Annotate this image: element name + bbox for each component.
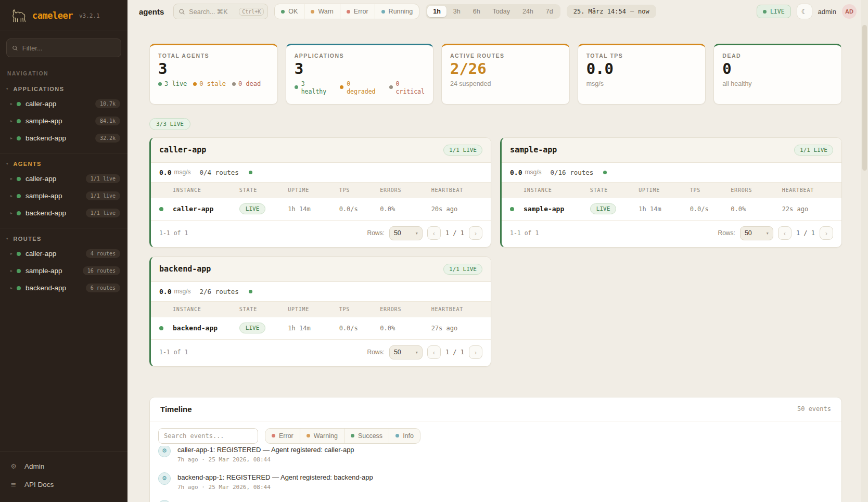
sidebar-item-applications-sample-app[interactable]: ▸ sample-app 84.1k (0, 112, 127, 130)
col-tps: TPS (339, 187, 380, 193)
breakdown-live: 3 live (164, 80, 187, 87)
degraded-dot-icon (340, 85, 343, 89)
stat-title: ACTIVE ROUTES (450, 53, 561, 59)
page-title: agents (139, 7, 164, 16)
sidebar-item-applications-caller-app[interactable]: ▸ caller-app 10.7k (0, 95, 127, 112)
range-today-button[interactable]: Today (487, 6, 516, 17)
cell-heartbeat: 20s ago (431, 205, 482, 213)
prev-page-button[interactable]: ‹ (778, 226, 792, 240)
timeline-filter-group: Error Warning Success Info (265, 428, 420, 444)
state-badge: LIVE (590, 203, 617, 214)
prev-page-button[interactable]: ‹ (427, 345, 441, 359)
row-range: 1-1 of 1 (159, 229, 188, 237)
sidebar-item-routes-sample-app[interactable]: ▸ sample-app 16 routes (0, 262, 127, 279)
app-live-badge: 1/1 LIVE (443, 264, 482, 275)
scrollbar-thumb[interactable] (862, 25, 867, 171)
app-name: cameleer (32, 10, 73, 21)
section-header-routes[interactable]: ▾ ROUTES (0, 234, 127, 245)
rows-per-page-select[interactable]: 50▾ (740, 226, 773, 240)
filter-success-button[interactable]: Success (344, 429, 389, 443)
avatar[interactable]: AD (842, 4, 857, 19)
time-range-display[interactable]: 25. März 14:54 — now (567, 5, 656, 18)
filter-warn-button[interactable]: Warn (304, 4, 339, 19)
sidebar-item-admin[interactable]: ⚙ Admin (0, 457, 127, 475)
app-card-title[interactable]: backend-app (159, 264, 211, 274)
sidebar-item-routes-caller-app[interactable]: ▸ caller-app 4 routes (0, 245, 127, 262)
col-errors: ERRORS (380, 306, 431, 312)
timeline-search[interactable] (158, 428, 258, 444)
filter-error-button[interactable]: Error (265, 429, 300, 443)
search-placeholder: Search... ⌘K (189, 8, 235, 16)
app-card-title[interactable]: caller-app (159, 145, 206, 155)
section-header-applications[interactable]: ▾ APPLICATIONS (0, 84, 127, 95)
next-page-button[interactable]: › (469, 345, 482, 359)
range-7d-button[interactable]: 7d (540, 6, 559, 17)
table-header: INSTANCE STATE UPTIME TPS ERRORS HEARTBE… (502, 183, 841, 198)
collapse-caret-icon: ▾ (6, 87, 8, 91)
item-label: caller-app (25, 175, 56, 183)
item-label: backend-app (25, 134, 66, 142)
filter-running-button[interactable]: Running (375, 4, 419, 19)
page-scrollbar[interactable] (861, 0, 868, 502)
timeline-event-list[interactable]: ⚙ caller-app-1: REGISTERED — Agent regis… (150, 446, 841, 502)
cell-uptime: 1h 14m (639, 205, 690, 213)
username: admin (818, 8, 836, 16)
theme-toggle-button[interactable]: ☾ (797, 4, 812, 19)
event-title: backend-app-1: REGISTERED — Agent regist… (177, 473, 373, 481)
timeline-event[interactable]: ⚙ sample-app-1: REGISTERED — Agent regis… (158, 495, 833, 502)
timeline-card: Timeline 50 events Error Warning Success… (149, 397, 842, 502)
error-dot-icon (272, 434, 275, 437)
sidebar-item-agents-backend-app[interactable]: ▸ backend-app 1/1 live (0, 204, 127, 222)
sidebar-item-agents-caller-app[interactable]: ▸ caller-app 1/1 live (0, 170, 127, 187)
col-instance: INSTANCE (524, 187, 590, 193)
table-header: INSTANCE STATE UPTIME TPS ERRORS HEARTBE… (151, 302, 491, 317)
range-6h-button[interactable]: 6h (467, 6, 486, 17)
filter-info-button[interactable]: Info (389, 429, 420, 443)
timeline-search-input[interactable] (164, 432, 252, 440)
section-header-agents[interactable]: ▾ AGENTS (0, 159, 127, 170)
sidebar-filter-input[interactable] (22, 44, 116, 52)
rows-per-page-select[interactable]: 50▾ (389, 226, 423, 240)
next-page-button[interactable]: › (820, 226, 833, 240)
collapse-caret-icon: ▾ (6, 162, 8, 166)
sidebar-filter[interactable] (6, 38, 121, 57)
stat-subtitle: msg/s (586, 80, 697, 87)
table-row[interactable]: sample-app LIVE 1h 14m 0.0/s 0.0% 22s ag… (502, 198, 841, 221)
status-dot (17, 119, 21, 123)
critical-count: 0 (396, 80, 400, 87)
sidebar-item-routes-backend-app[interactable]: ▸ backend-app 6 routes (0, 279, 127, 297)
filter-warning-button[interactable]: Warning (300, 429, 344, 443)
rows-per-page-select[interactable]: 50▾ (389, 345, 423, 359)
app-logo[interactable]: cameleer v3.2.1 (0, 0, 127, 31)
status-dot (159, 207, 163, 211)
next-page-button[interactable]: › (469, 226, 482, 240)
timeline-event[interactable]: ⚙ backend-app-1: REGISTERED — Agent regi… (158, 468, 833, 495)
chevron-down-icon: ▾ (416, 231, 418, 236)
sidebar-item-agents-sample-app[interactable]: ▸ sample-app 1/1 live (0, 187, 127, 204)
range-3h-button[interactable]: 3h (448, 6, 466, 17)
table-row[interactable]: backend-app LIVE 1h 14m 0.0/s 0.0% 27s a… (151, 317, 491, 340)
table-row[interactable]: caller-app LIVE 1h 14m 0.0/s 0.0% 20s ag… (151, 198, 491, 221)
col-heartbeat: HEARTBEAT (782, 187, 833, 193)
app-live-badge: 1/1 LIVE (794, 145, 833, 156)
filter-label: Info (403, 432, 414, 440)
filter-error-button[interactable]: Error (340, 4, 375, 19)
chevron-right-icon: ▸ (10, 176, 17, 181)
cell-heartbeat: 22s ago (782, 205, 833, 213)
stat-title: APPLICATIONS (295, 53, 425, 59)
sidebar-item-api-docs[interactable]: ≡ API Docs (0, 475, 127, 494)
filter-ok-button[interactable]: OK (275, 4, 304, 19)
admin-label: Admin (24, 462, 44, 470)
global-search[interactable]: Search... ⌘K Ctrl+K (173, 4, 268, 19)
range-24h-button[interactable]: 24h (517, 6, 539, 17)
timeline-event[interactable]: ⚙ caller-app-1: REGISTERED — Agent regis… (158, 446, 833, 468)
chevron-right-icon: ▸ (10, 119, 17, 123)
dead-dot-icon (232, 82, 236, 86)
app-card-title[interactable]: sample-app (510, 145, 557, 155)
col-state: STATE (239, 187, 288, 193)
prev-page-button[interactable]: ‹ (427, 226, 441, 240)
stat-value: 2/26 (450, 61, 561, 76)
range-1h-button[interactable]: 1h (427, 6, 446, 17)
sidebar-item-applications-backend-app[interactable]: ▸ backend-app 32.2k (0, 130, 127, 147)
live-status-badge[interactable]: LIVE (757, 5, 791, 18)
